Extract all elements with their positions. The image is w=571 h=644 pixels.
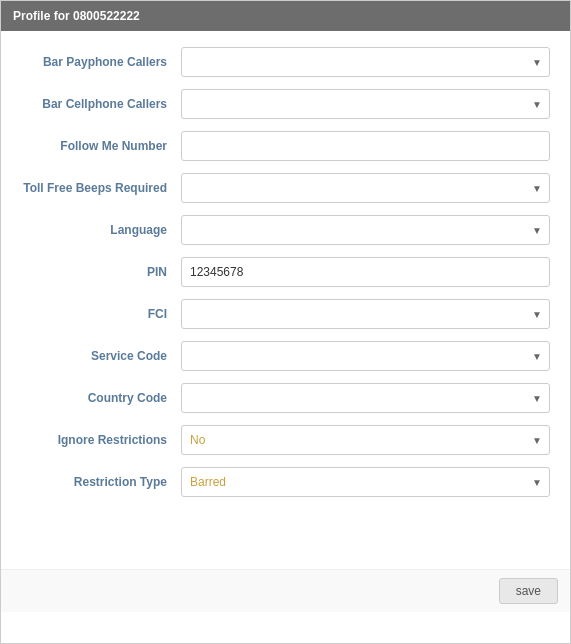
select-fci[interactable] <box>181 299 550 329</box>
label-service-code: Service Code <box>21 349 181 363</box>
select-bar-payphone-callers[interactable]: YesNo <box>181 47 550 77</box>
form-row-language: Language <box>21 215 550 245</box>
label-fci: FCI <box>21 307 181 321</box>
select-wrapper-service-code <box>181 341 550 371</box>
label-toll-free-beeps-required: Toll Free Beeps Required <box>21 181 181 195</box>
form-body: Bar Payphone CallersYesNoBar Cellphone C… <box>1 31 570 569</box>
label-restriction-type: Restriction Type <box>21 475 181 489</box>
label-country-code: Country Code <box>21 391 181 405</box>
label-pin: PIN <box>21 265 181 279</box>
select-wrapper-ignore-restrictions: NoYes <box>181 425 550 455</box>
form-row-restriction-type: Restriction TypeBarredUnrestrictedNation… <box>21 467 550 497</box>
form-footer: save <box>1 569 570 612</box>
select-restriction-type[interactable]: BarredUnrestrictedNational Only <box>181 467 550 497</box>
form-row-pin: PIN <box>21 257 550 287</box>
select-service-code[interactable] <box>181 341 550 371</box>
select-country-code[interactable] <box>181 383 550 413</box>
title-bar: Profile for 0800522222 <box>1 1 570 31</box>
form-row-service-code: Service Code <box>21 341 550 371</box>
title-label: Profile for 0800522222 <box>13 9 140 23</box>
label-language: Language <box>21 223 181 237</box>
input-pin[interactable] <box>181 257 550 287</box>
select-toll-free-beeps-required[interactable]: YesNo <box>181 173 550 203</box>
form-row-fci: FCI <box>21 299 550 329</box>
label-bar-payphone-callers: Bar Payphone Callers <box>21 55 181 69</box>
select-language[interactable] <box>181 215 550 245</box>
select-wrapper-toll-free-beeps-required: YesNo <box>181 173 550 203</box>
form-row-toll-free-beeps-required: Toll Free Beeps RequiredYesNo <box>21 173 550 203</box>
form-row-follow-me-number: Follow Me Number <box>21 131 550 161</box>
select-ignore-restrictions[interactable]: NoYes <box>181 425 550 455</box>
label-bar-cellphone-callers: Bar Cellphone Callers <box>21 97 181 111</box>
form-row-ignore-restrictions: Ignore RestrictionsNoYes <box>21 425 550 455</box>
select-bar-cellphone-callers[interactable]: YesNo <box>181 89 550 119</box>
label-ignore-restrictions: Ignore Restrictions <box>21 433 181 447</box>
form-row-bar-cellphone-callers: Bar Cellphone CallersYesNo <box>21 89 550 119</box>
select-wrapper-language <box>181 215 550 245</box>
main-window: Profile for 0800522222 Bar Payphone Call… <box>0 0 571 644</box>
form-row-country-code: Country Code <box>21 383 550 413</box>
select-wrapper-fci <box>181 299 550 329</box>
select-wrapper-restriction-type: BarredUnrestrictedNational Only <box>181 467 550 497</box>
select-wrapper-bar-cellphone-callers: YesNo <box>181 89 550 119</box>
save-button[interactable]: save <box>499 578 558 604</box>
select-wrapper-bar-payphone-callers: YesNo <box>181 47 550 77</box>
select-wrapper-country-code <box>181 383 550 413</box>
input-follow-me-number[interactable] <box>181 131 550 161</box>
label-follow-me-number: Follow Me Number <box>21 139 181 153</box>
form-row-bar-payphone-callers: Bar Payphone CallersYesNo <box>21 47 550 77</box>
